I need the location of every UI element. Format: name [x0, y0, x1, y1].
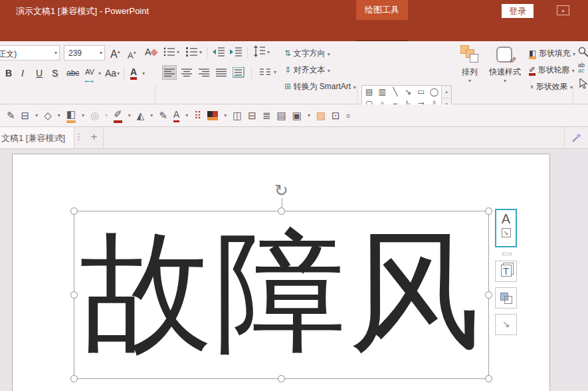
replace-button[interactable]: ab ac — [578, 63, 585, 73]
change-case-button[interactable]: Aa — [105, 66, 116, 80]
tab-options-button[interactable] — [564, 127, 588, 148]
select-cursor-icon[interactable] — [579, 78, 588, 89]
chevron-down-icon[interactable]: ▾ — [185, 112, 188, 118]
distribute-text-button[interactable] — [231, 65, 246, 80]
chevron-down-icon[interactable]: ▾ — [267, 49, 270, 55]
resize-tool-button[interactable]: ↘ — [495, 314, 517, 335]
insert-placeholder-icon[interactable]: ⊟ — [21, 110, 30, 122]
shape-line[interactable]: ╲ — [389, 86, 402, 98]
bold-button[interactable]: B — [5, 66, 12, 80]
clear-formatting-button[interactable]: A — [145, 45, 157, 59]
chevron-down-icon[interactable]: ▾ — [308, 112, 310, 118]
chevron-down-icon[interactable]: ▾ — [274, 69, 276, 75]
resize-handle-se[interactable] — [485, 375, 492, 382]
decrease-indent-icon[interactable] — [213, 47, 225, 57]
bullet-list-icon[interactable] — [163, 47, 175, 57]
shape-rectangle[interactable]: ▭ — [415, 86, 428, 98]
align-center-objects-icon[interactable]: ⊟ — [248, 110, 256, 122]
new-tab-button[interactable]: + — [85, 127, 104, 148]
gallery-scroll-up-icon[interactable]: ▴ — [442, 86, 451, 98]
font-color-button[interactable]: A — [130, 65, 137, 78]
shape-effect-icon[interactable]: ◭ — [137, 110, 145, 122]
shape-fill-button[interactable]: ◧ 形状填充 ▾ — [529, 48, 575, 59]
character-spacing-button[interactable]: AV ⟷ — [85, 65, 94, 92]
slide-canvas[interactable]: 故障风 ↻ A ↘ T — [12, 154, 550, 391]
chevron-down-icon[interactable]: ▾ — [98, 70, 101, 76]
font-size-combo[interactable]: 239 ▾ — [64, 45, 105, 61]
ribbon-display-options-icon[interactable]: ▴ — [557, 5, 569, 15]
close-tab-icon[interactable]: × — [58, 132, 64, 142]
selection-border[interactable] — [74, 211, 489, 379]
sign-in-button[interactable]: 登录 — [502, 4, 534, 18]
merge-shapes-icon[interactable]: ◎ — [90, 110, 99, 122]
text-tool-button[interactable]: T — [495, 261, 517, 282]
chevron-down-icon[interactable]: ▾ — [224, 112, 227, 118]
fit-slide-icon[interactable]: ⊡ — [332, 110, 340, 122]
convert-smartart-button[interactable]: ⊞ 转换为 SmartArt ▾ — [284, 81, 355, 92]
rotate-handle-icon[interactable]: ↻ — [274, 182, 288, 198]
chevron-down-icon[interactable]: ▾ — [177, 49, 179, 55]
shape-vertical-textbox[interactable]: ▥ — [376, 86, 389, 98]
shape-oval[interactable]: ◯ — [428, 86, 441, 98]
grow-font-button[interactable]: A▴ — [110, 45, 120, 61]
color-grid-icon[interactable]: ⠿ — [194, 110, 201, 122]
resize-handle-s[interactable] — [278, 375, 285, 382]
quick-styles-button[interactable]: ✎ 快速样式 ▾ — [486, 45, 524, 84]
justify-button[interactable] — [214, 65, 229, 80]
chevron-down-icon[interactable]: ▾ — [54, 50, 57, 56]
toolbar-overflow-icon[interactable]: ≡ — [346, 112, 350, 120]
chevron-down-icon[interactable]: ▾ — [142, 70, 145, 76]
shape-effects-button[interactable]: ◑ 形状效果 ▾ — [529, 81, 573, 92]
resize-handle-w[interactable] — [70, 291, 78, 299]
chevron-down-icon[interactable]: ▾ — [117, 70, 120, 76]
resize-handle-nw[interactable] — [70, 207, 78, 215]
tab-more-icon[interactable]: ⋮ — [74, 132, 83, 142]
shape-textbox[interactable]: ▤ — [363, 86, 376, 98]
fill-color-icon[interactable]: ◧ — [66, 108, 76, 123]
chevron-down-icon[interactable]: ▾ — [199, 49, 202, 55]
shapes-icon[interactable]: ◇ — [44, 110, 52, 122]
shrink-font-button[interactable]: A▾ — [128, 47, 136, 63]
pen-tool-icon[interactable]: ✎ — [7, 110, 15, 122]
text-style-tool-button[interactable]: A ↘ — [495, 209, 517, 247]
increase-indent-icon[interactable] — [230, 47, 243, 57]
line-spacing-icon[interactable] — [254, 45, 266, 57]
resize-handle-ne[interactable] — [485, 207, 492, 215]
text-box-icon[interactable]: ▤ — [277, 110, 286, 122]
chevron-down-icon[interactable]: ▾ — [35, 112, 38, 118]
align-text-button[interactable]: ⇕ 对齐文本 ▾ — [284, 65, 330, 76]
columns-button[interactable] — [258, 65, 272, 80]
shape-arrow[interactable]: ↘ — [402, 86, 415, 98]
font-name-combo[interactable]: 等线 (正文) ▾ — [0, 45, 60, 61]
outline-color-icon[interactable]: ✐ — [114, 108, 122, 123]
resize-handle-sw[interactable] — [70, 375, 78, 382]
resize-handle-n[interactable] — [278, 207, 285, 215]
text-direction-button[interactable]: ⇅ 文字方向 ▾ — [284, 48, 330, 59]
brush-icon[interactable]: ▨ — [316, 110, 326, 122]
chevron-down-icon[interactable]: ▾ — [128, 112, 131, 118]
font-color-icon[interactable]: A — [173, 108, 179, 122]
italic-button[interactable]: I — [21, 66, 24, 80]
align-center-button[interactable] — [179, 65, 194, 80]
theme-colors-icon[interactable] — [207, 111, 218, 120]
find-icon[interactable] — [578, 47, 588, 57]
numbered-list-icon[interactable] — [186, 47, 198, 57]
chevron-down-icon[interactable]: ▾ — [100, 50, 102, 56]
text-indent-icon[interactable]: ≣ — [262, 110, 271, 122]
arrange-button[interactable]: 排列 ▾ — [454, 45, 485, 84]
paste-icon[interactable]: ▣ — [292, 110, 302, 122]
shape-layer-tool-button[interactable] — [495, 287, 517, 309]
align-width-icon[interactable]: ◫ — [233, 110, 242, 122]
align-right-button[interactable] — [197, 65, 211, 80]
chevron-down-icon[interactable]: ▾ — [150, 112, 153, 118]
text-shadow-button[interactable]: S — [52, 66, 58, 80]
resize-handle-e[interactable] — [485, 291, 492, 299]
underline-button[interactable]: U — [36, 66, 43, 80]
panel-drag-handle[interactable] — [502, 253, 512, 255]
strikethrough-button[interactable]: abc — [66, 66, 79, 80]
chevron-down-icon[interactable]: ▾ — [82, 112, 84, 118]
eyedropper-icon[interactable]: ✎ — [159, 110, 167, 122]
chevron-down-icon[interactable]: ▾ — [58, 112, 60, 118]
align-left-button[interactable] — [162, 65, 177, 80]
shape-outline-button[interactable]: ✐ 形状轮廓 ▾ — [529, 65, 575, 76]
